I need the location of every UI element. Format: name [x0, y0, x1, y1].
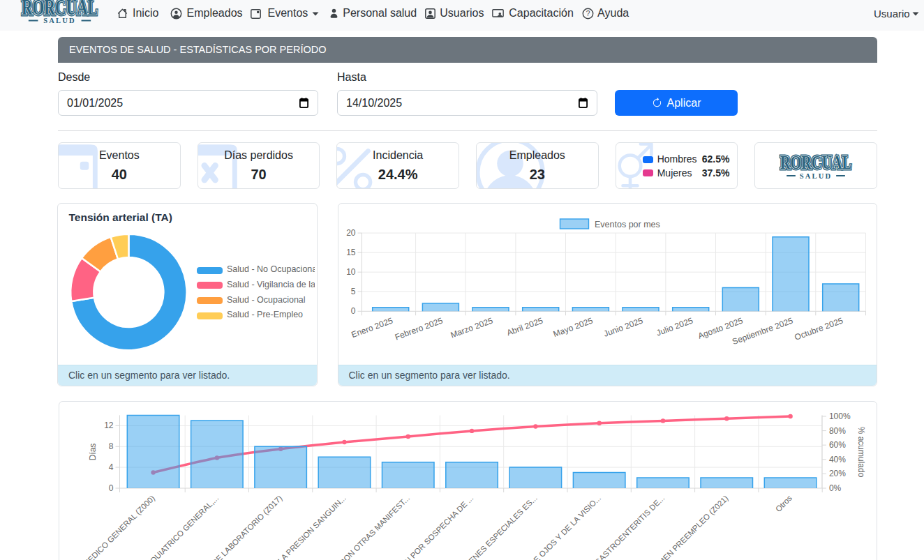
svg-text:Otros: Otros: [774, 494, 793, 513]
svg-text:80%: 80%: [829, 426, 846, 436]
svg-text:0: 0: [109, 483, 114, 493]
svg-text:60%: 60%: [829, 440, 846, 450]
svg-text:Días: Días: [88, 444, 98, 461]
svg-text:EXAMEN MEDICO GENERAL (Z000): EXAMEN MEDICO GENERAL (Z000): [57, 494, 156, 560]
svg-text:40%: 40%: [829, 455, 846, 464]
svg-text:EXAMEN DE LABORATORIO (Z017): EXAMEN DE LABORATORIO (Z017): [185, 494, 284, 560]
svg-text:20%: 20%: [829, 469, 846, 478]
svg-text:4: 4: [109, 462, 114, 472]
svg-text:% acumulado: % acumulado: [856, 427, 866, 478]
svg-text:0%: 0%: [829, 483, 842, 493]
svg-text:12: 12: [104, 421, 114, 430]
svg-text:8: 8: [109, 441, 114, 451]
svg-text:DIARREA Y GASTROENTERITIS DE..: DIARREA Y GASTROENTERITIS DE...: [562, 494, 666, 560]
svg-text:100%: 100%: [829, 411, 851, 421]
svg-text:EXAMEN DE LA PRESION SANGUIN..: EXAMEN DE LA PRESION SANGUIN...: [241, 494, 348, 560]
svg-text:DIARREA CON OTRAS MANIFEST...: DIARREA CON OTRAS MANIFEST...: [311, 494, 411, 560]
svg-text:EXAMEN DE OJOS Y DE LA VISIO..: EXAMEN DE OJOS Y DE LA VISIO...: [502, 494, 602, 560]
svg-text:EXAMEN PSIQUIATRICO GENERAL,..: EXAMEN PSIQUIATRICO GENERAL,...: [114, 494, 221, 560]
